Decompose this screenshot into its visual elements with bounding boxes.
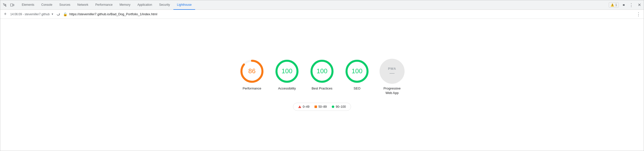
legend-item-avg: 50–89 xyxy=(314,105,327,108)
more-icon: ⋮ xyxy=(629,2,633,8)
main-content: 86 Performance 100 Accessibility xyxy=(0,19,644,151)
avg-icon xyxy=(314,106,317,108)
tab-security[interactable]: Security xyxy=(156,0,173,10)
tab-performance[interactable]: Performance xyxy=(92,0,116,10)
legend-item-pass: 90–100 xyxy=(332,105,346,108)
score-label-performance: Performance xyxy=(243,86,261,91)
pwa-dash: — xyxy=(390,70,395,76)
tab-sources[interactable]: Sources xyxy=(56,0,74,10)
toolbar-right: ⚠️ 1 ⋮ ✕ xyxy=(609,2,643,8)
reload-button[interactable] xyxy=(56,12,61,17)
svg-rect-1 xyxy=(13,4,14,6)
pwa-label-text: PWA xyxy=(388,67,396,70)
score-item-seo: 100 SEO xyxy=(345,59,370,91)
score-item-performance: 86 Performance xyxy=(239,59,264,91)
legend-label-fail: 0–49 xyxy=(303,105,309,108)
warning-icon: ⚠️ xyxy=(610,3,614,7)
devtools-tabs: Elements Console Sources Network Perform… xyxy=(18,0,608,10)
score-value-best-practices: 100 xyxy=(316,67,327,75)
pwa-circle: PWA — xyxy=(380,59,405,84)
devtools-window: Elements Console Sources Network Perform… xyxy=(0,0,644,151)
device-toggle-button[interactable] xyxy=(9,2,16,8)
gauge-accessibility: 100 xyxy=(274,59,299,84)
settings-button[interactable] xyxy=(620,2,627,8)
gauge-best-practices: 100 xyxy=(309,59,335,84)
tab-dropdown-arrow[interactable]: ▼ xyxy=(51,13,54,16)
url-display: https://stevemiller7.github.io/Bad_Dog_P… xyxy=(69,12,633,16)
close-icon: ✕ xyxy=(638,2,641,7)
close-devtools-button[interactable]: ✕ xyxy=(636,2,643,8)
legend-container: 0–49 50–89 90–100 xyxy=(293,103,351,111)
score-label-seo: SEO xyxy=(354,86,360,91)
toolbar-icons xyxy=(1,2,16,8)
legend-label-pass: 90–100 xyxy=(336,105,346,108)
address-bar-row: + 14:06:09 - stevemiller7.github ▼ 🔒 htt… xyxy=(0,10,644,19)
devtools-toolbar: Elements Console Sources Network Perform… xyxy=(0,0,644,10)
tab-network[interactable]: Network xyxy=(74,0,92,10)
tab-lighthouse[interactable]: Lighthouse xyxy=(173,0,195,10)
warning-count: 1 xyxy=(615,3,617,7)
tab-timestamp: 14:06:09 - stevemiller7.github xyxy=(10,12,50,16)
score-value-seo: 100 xyxy=(352,67,362,75)
score-item-pwa: PWA — Progressive Web App xyxy=(380,59,405,95)
score-label-best-practices: Best Practices xyxy=(311,86,332,91)
address-bar-more-button[interactable]: ⋮ xyxy=(635,12,642,17)
new-tab-button[interactable]: + xyxy=(2,11,8,17)
inspect-element-button[interactable] xyxy=(1,2,8,8)
gauge-performance: 86 xyxy=(239,59,264,84)
tab-application[interactable]: Application xyxy=(134,0,156,10)
legend-item-fail: 0–49 xyxy=(298,105,309,108)
tab-elements[interactable]: Elements xyxy=(18,0,38,10)
svg-rect-0 xyxy=(11,4,13,6)
score-item-best-practices: 100 Best Practices xyxy=(309,59,335,91)
score-value-accessibility: 100 xyxy=(281,67,292,75)
security-warning-icon: 🔒 xyxy=(63,12,67,16)
score-label-pwa: Progressive Web App xyxy=(381,86,403,95)
score-value-performance: 86 xyxy=(248,67,256,75)
more-options-button[interactable]: ⋮ xyxy=(628,2,635,8)
gauge-pwa: PWA — xyxy=(380,59,405,84)
scores-row: 86 Performance 100 Accessibility xyxy=(239,59,405,95)
pass-icon xyxy=(332,106,334,108)
tab-console[interactable]: Console xyxy=(38,0,56,10)
gauge-seo: 100 xyxy=(345,59,370,84)
tab-memory[interactable]: Memory xyxy=(116,0,134,10)
tab-info: 14:06:09 - stevemiller7.github ▼ xyxy=(10,12,54,16)
fail-icon xyxy=(298,106,301,108)
warning-button[interactable]: ⚠️ 1 xyxy=(609,2,619,8)
legend-label-avg: 50–89 xyxy=(318,105,327,108)
score-label-accessibility: Accessibility xyxy=(278,86,296,91)
score-item-accessibility: 100 Accessibility xyxy=(274,59,299,91)
